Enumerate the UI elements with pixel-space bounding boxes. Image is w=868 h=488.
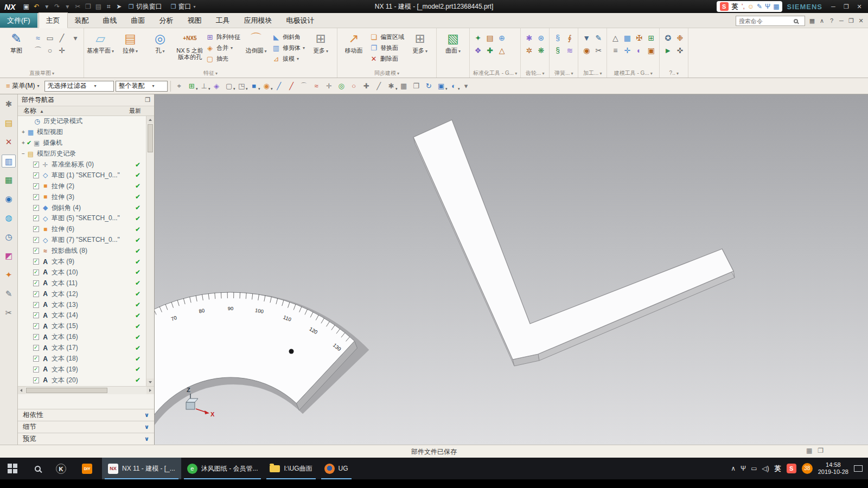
circle-icon[interactable]: ○ (44, 44, 56, 57)
edge-blend-button[interactable]: ⌒边倒圆 (242, 30, 270, 55)
tree-row[interactable]: A 文本 (19) ✔ (18, 364, 146, 375)
touch-select-icon[interactable]: ⌖ (174, 82, 185, 91)
machining-wizard-icon[interactable]: ◩ (2, 249, 16, 262)
snap-center-icon[interactable]: ◎ (336, 82, 347, 90)
panel-section-header[interactable]: 细节 ∨ (18, 421, 154, 433)
trim-body-button[interactable]: ▥修剪体 (272, 43, 305, 53)
scroll-up-arrow[interactable] (146, 116, 154, 124)
std-tool-5-icon[interactable]: ✚ (484, 44, 496, 57)
more-feature-button[interactable]: ⊞更多 (307, 30, 335, 55)
panel-section-header[interactable]: 相依性 ∨ (18, 409, 154, 421)
notification-center-icon[interactable] (854, 465, 863, 472)
ribbon-tab[interactable]: 电极设计 (279, 13, 322, 28)
modeling-tool-6-icon[interactable]: ✛ (621, 44, 633, 57)
selection-filter-dropdown[interactable]: 无选择过滤器 (44, 81, 114, 92)
std-tool-2-icon[interactable]: ▤ (484, 32, 496, 44)
snap-circle-icon[interactable]: ○ (348, 82, 360, 90)
wireframe-cube-icon[interactable]: ◳ (236, 82, 247, 90)
minimize-ribbon-icon[interactable]: ∧ (817, 17, 827, 24)
horizontal-scrollbar[interactable] (18, 386, 154, 394)
draft-button[interactable]: ⊿拔模 (272, 54, 305, 63)
ime-punct-icon[interactable]: ’, (742, 3, 745, 10)
tree-row[interactable]: ■ 拉伸 (3) ✔ (18, 191, 146, 202)
std-tool-1-icon[interactable]: ✦ (472, 32, 484, 44)
tree-row[interactable]: A 文本 (18) ✔ (18, 354, 146, 364)
chamfer-button[interactable]: ◣倒斜角 (272, 33, 305, 42)
machining-1-icon[interactable]: ▼ (580, 32, 592, 44)
tree-row[interactable]: A 文本 (12) ✔ (18, 288, 146, 299)
feature-checkbox[interactable] (33, 302, 39, 308)
capture-icon[interactable]: ⌗ (104, 3, 114, 10)
tree-row[interactable]: A 文本 (15) ✔ (18, 321, 146, 332)
command-search-input[interactable] (738, 17, 792, 25)
feature-checkbox[interactable] (33, 237, 39, 243)
ribbon-tab[interactable]: 曲面 (124, 13, 152, 28)
command-search[interactable] (736, 16, 805, 26)
gear-2-icon[interactable]: ⊛ (535, 32, 547, 44)
magnet-snap-icon[interactable]: ◈ (211, 82, 222, 90)
tree-row[interactable]: ◇ 草图 (1) "SKETCH_0..." ✔ (18, 170, 146, 181)
column-header-latest[interactable]: 最新 (129, 107, 154, 115)
tray-language-indicator[interactable]: 英 (775, 464, 781, 473)
pattern-feature-button[interactable]: ⊞阵列特征 (206, 33, 240, 42)
modeling-tool-3-icon[interactable]: ✠ (633, 32, 645, 44)
l-square-part[interactable] (413, 120, 735, 366)
scroll-down-arrow[interactable] (146, 378, 154, 386)
modeling-tool-7-icon[interactable]: ◐ (633, 44, 645, 57)
ime-emoji-icon[interactable]: ☺ (748, 3, 754, 10)
window-pane-icon[interactable]: ❐ (411, 82, 422, 90)
tree-row[interactable]: ◆ 倒斜角 (4) ✔ (18, 202, 146, 213)
workplane-icon[interactable]: ⊞ (186, 82, 197, 90)
shaded-view-icon[interactable]: ■ (248, 82, 260, 90)
part-navigator-icon[interactable]: ▥ (2, 155, 16, 168)
snap-spline-icon[interactable]: ≈ (311, 82, 322, 90)
tree-row[interactable]: A 文本 (17) ✔ (18, 343, 146, 354)
taskbar-app-folder[interactable]: I:\UG曲面 (264, 458, 318, 479)
undo-icon[interactable]: ↶ (31, 3, 42, 10)
modeling-tool-8-icon[interactable]: ▣ (645, 44, 657, 57)
legacy-hole-button[interactable]: +NX5NX 5 之前版本的孔 (176, 30, 204, 60)
feature-checkbox[interactable] (33, 162, 39, 168)
ribbon-tab[interactable]: 分析 (152, 13, 181, 28)
grid-display-icon[interactable]: ▦ (398, 82, 410, 90)
tree-row[interactable]: ◇ 草图 (7) "SKETCH_0..." ✔ (18, 235, 146, 246)
std-tool-4-icon[interactable]: ❖ (472, 44, 484, 57)
arc-icon[interactable]: ⌒ (32, 44, 44, 57)
std-tool-3-icon[interactable]: ⊕ (496, 32, 508, 44)
part-shade-icon[interactable]: ▣ (436, 82, 447, 90)
ribbon-tab[interactable]: 工具 (209, 13, 237, 28)
surface-button[interactable]: ▧曲面 (439, 30, 467, 55)
spring-3-icon[interactable]: § (552, 44, 564, 57)
studio-spline-icon[interactable]: ≈ (32, 32, 44, 44)
machining-4-icon[interactable]: ✂ (592, 44, 604, 57)
protractor-part[interactable]: 102030405060708090100110120130 (155, 292, 369, 445)
tree-row[interactable]: + ▦ 模型视图 ✔ (18, 127, 146, 138)
snap-midpoint-icon[interactable]: ╱ (286, 82, 297, 90)
paste-icon[interactable]: ▤ (93, 3, 104, 10)
sketch-button[interactable]: ✎草图 (2, 30, 30, 54)
tree-row[interactable]: ◷ 历史记录模式 ✔ (18, 116, 146, 127)
feature-checkbox[interactable] (33, 172, 39, 178)
doc-minimize-icon[interactable]: ─ (837, 17, 846, 24)
tree-row[interactable]: A 文本 (10) ✔ (18, 267, 146, 278)
replace-face-button[interactable]: ❐替换面 (369, 43, 404, 53)
selection-scope-dropdown[interactable]: 整个装配 (116, 81, 168, 92)
tree-row[interactable]: + ✔ ▣ 摄像机 ✔ (18, 138, 146, 149)
snap-edge-icon[interactable]: ╱ (373, 82, 385, 90)
gear-4-icon[interactable]: ❋ (535, 44, 547, 57)
display-mode-icon[interactable]: ◐ (448, 82, 459, 90)
offset-region-button[interactable]: ❏偏置区域 (369, 33, 404, 42)
tree-row[interactable]: A 文本 (14) ✔ (18, 310, 146, 321)
graphics-viewport[interactable]: 102030405060708090100110120130 Z X (155, 94, 868, 445)
feature-checkbox[interactable] (33, 259, 39, 265)
command-finder-icon[interactable]: ➤ (114, 3, 124, 10)
start-button[interactable] (0, 458, 25, 479)
line-icon[interactable]: ╱ (56, 32, 68, 44)
feature-checkbox[interactable] (33, 356, 39, 362)
machining-2-icon[interactable]: ✎ (592, 32, 604, 44)
tile-windows-icon[interactable]: ▦ (806, 447, 812, 454)
taskbar-clock[interactable]: 14:58 2019-10-28 (818, 461, 848, 476)
gear-1-icon[interactable]: ✱ (523, 32, 535, 44)
cascade-windows-icon[interactable]: ❐ (818, 447, 824, 454)
expander-toggle[interactable]: + (20, 129, 27, 135)
